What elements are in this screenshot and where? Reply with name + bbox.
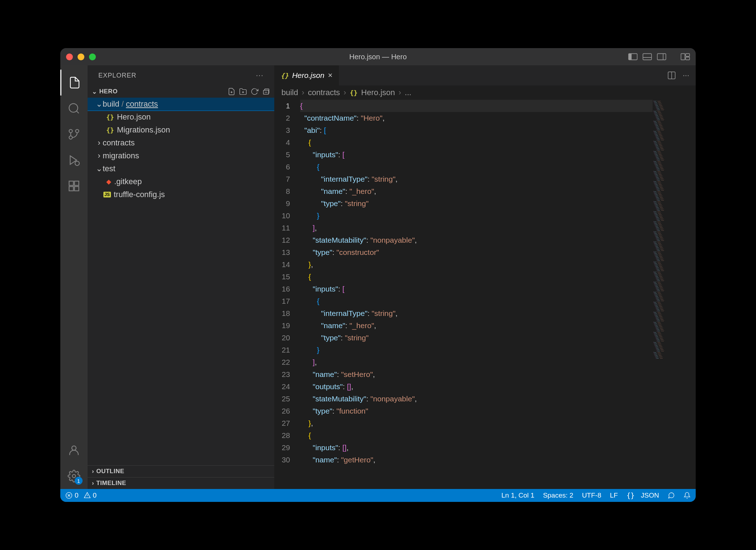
new-folder-icon[interactable] [239,88,247,95]
sidebar: EXPLORER ··· HERO build / contracts [88,65,274,489]
chevron-down-icon [95,99,103,109]
svg-point-12 [69,130,73,133]
chevron-down-icon [92,88,97,95]
folder-test[interactable]: test [88,162,274,175]
search-tab[interactable] [60,95,88,121]
json-icon: {} [281,72,289,79]
svg-point-10 [69,104,78,112]
toggle-sidebar-icon[interactable] [628,53,638,60]
activity-bar: 1 [60,65,88,489]
file-hero-json[interactable]: {} Hero.json [88,111,274,123]
close-tab-button[interactable]: × [328,71,333,80]
code-area[interactable]: 1234567891011121314151617181920212223242… [274,100,696,489]
sidebar-title-text: EXPLORER [98,72,136,79]
error-icon [65,492,73,499]
extensions-tab[interactable] [60,173,88,199]
chevron-right-icon [95,151,103,160]
settings-badge: 1 [75,477,83,485]
breadcrumb-contracts[interactable]: contracts [308,88,340,97]
project-header[interactable]: HERO [88,85,274,98]
project-actions [228,88,270,95]
maximize-window-button[interactable] [89,53,96,60]
file-tree: build / contracts {} Hero.json {} Migrat… [88,98,274,465]
breadcrumb-file[interactable]: Hero.json [361,88,395,97]
outline-section[interactable]: OUTLINE [88,465,274,477]
settings-button[interactable]: 1 [60,463,88,489]
vscode-window: Hero.json — Hero [60,48,696,502]
window-title: Hero.json — Hero [349,53,407,61]
breadcrumb-build[interactable]: build [281,88,298,97]
tab-actions: ··· [667,65,696,85]
chevron-right-icon [95,138,103,148]
chevron-right-icon [92,480,94,487]
git-icon: ◆ [106,178,111,186]
json-icon: {} [106,113,114,121]
customize-layout-icon[interactable] [681,53,690,60]
git-branch-icon [67,128,80,141]
refresh-icon[interactable] [251,88,258,95]
split-editor-icon[interactable] [667,71,676,80]
more-actions-button[interactable]: ··· [683,71,689,80]
svg-point-14 [76,130,79,133]
status-feedback[interactable] [668,492,675,499]
folder-contracts[interactable]: contracts [88,136,274,149]
status-eol[interactable]: LF [610,491,618,499]
svg-rect-2 [629,53,631,60]
editor-tabs: {} Hero.json × ··· [274,65,696,85]
line-gutter: 1234567891011121314151617181920212223242… [274,100,300,489]
status-bar: 0 0 Ln 1, Col 1 Spaces: 2 UTF-8 LF {} JS… [60,489,696,502]
breadcrumb-more[interactable]: ... [405,88,411,97]
status-cursor[interactable]: Ln 1, Col 1 [501,491,535,499]
tab-hero-json[interactable]: {} Hero.json × [274,65,339,85]
folder-build-contracts[interactable]: build / contracts [88,98,274,111]
close-window-button[interactable] [66,53,73,60]
breadcrumbs[interactable]: build › contracts › {} Hero.json › ... [274,85,696,100]
status-encoding[interactable]: UTF-8 [582,491,601,499]
traffic-lights [66,53,96,60]
editor-area: {} Hero.json × ··· build › contracts › {… [274,65,696,489]
files-icon [68,76,81,89]
warning-icon [84,492,91,499]
minimize-window-button[interactable] [78,53,84,60]
sidebar-title: EXPLORER ··· [88,65,274,85]
extensions-icon [67,180,80,192]
timeline-section[interactable]: TIMELINE [88,477,274,489]
svg-rect-9 [686,57,690,60]
chevron-right-icon [92,468,94,475]
toggle-secondary-sidebar-icon[interactable] [657,53,666,60]
svg-rect-5 [657,53,666,60]
status-indentation[interactable]: Spaces: 2 [543,491,574,499]
titlebar-actions [628,53,690,60]
run-debug-tab[interactable] [60,147,88,173]
code-content[interactable]: { "contractName": "Hero", "abi": [ { "in… [300,100,653,489]
status-notifications[interactable] [683,492,691,499]
new-file-icon[interactable] [228,88,235,95]
folder-migrations[interactable]: migrations [88,149,274,162]
file-truffle-config[interactable]: JS truffle-config.js [88,188,274,201]
json-icon: {} [106,126,114,134]
status-errors[interactable]: 0 [65,491,79,499]
status-language[interactable]: {} JSON [626,491,659,499]
svg-point-21 [72,446,76,450]
svg-line-11 [77,111,79,113]
svg-rect-3 [643,53,652,60]
accounts-button[interactable] [60,437,88,463]
status-warnings[interactable]: 0 [84,491,97,499]
chevron-down-icon [95,164,103,173]
js-icon: JS [103,192,111,197]
explorer-tab[interactable] [60,70,88,95]
file-gitkeep[interactable]: ◆ .gitkeep [88,175,274,188]
source-control-tab[interactable] [60,121,88,147]
minimap[interactable]: {"xxxx": "xxxxx", {"xxxx": "xxxxx", {"xx… [653,100,696,489]
feedback-icon [668,492,675,499]
json-icon: {} [350,89,358,97]
toggle-panel-icon[interactable] [643,53,652,60]
search-icon [67,102,80,115]
main-area: 1 EXPLORER ··· HERO [60,65,696,489]
file-migrations-json[interactable]: {} Migrations.json [88,123,274,136]
sidebar-more-button[interactable]: ··· [256,71,263,80]
collapse-all-icon[interactable] [262,88,270,95]
bell-icon [683,492,691,499]
svg-rect-17 [69,181,74,186]
titlebar: Hero.json — Hero [60,48,696,65]
